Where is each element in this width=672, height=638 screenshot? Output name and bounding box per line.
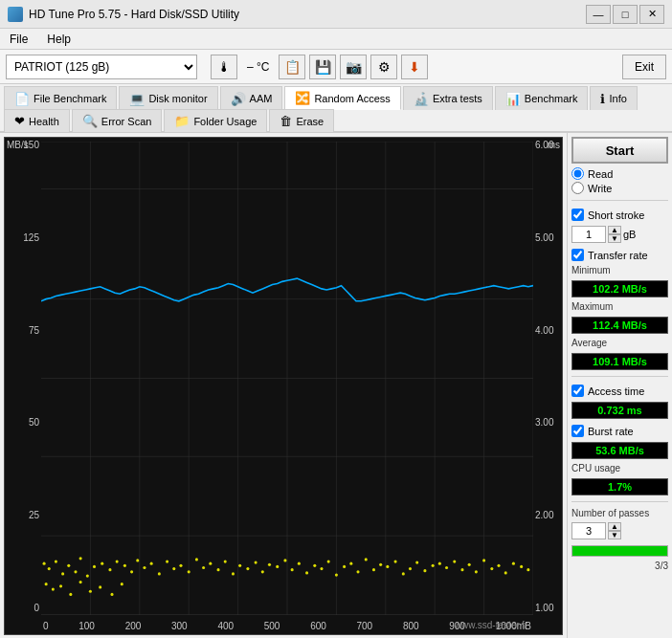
svg-point-75 bbox=[460, 568, 463, 571]
svg-point-27 bbox=[108, 568, 111, 571]
access-time-checkbox[interactable] bbox=[571, 385, 584, 397]
tab-erase[interactable]: 🗑 Erase bbox=[269, 109, 334, 132]
y-right-2: 2.00 bbox=[535, 510, 560, 520]
icon1[interactable]: 📋 bbox=[279, 55, 305, 79]
x-500: 500 bbox=[264, 621, 280, 631]
watermark: www.ssd-tester.fr bbox=[455, 620, 527, 630]
read-radio[interactable] bbox=[571, 167, 584, 180]
svg-point-34 bbox=[158, 572, 161, 575]
svg-point-81 bbox=[504, 571, 507, 574]
y-axis-right: 6.00 5.00 4.00 3.00 2.00 1.00 bbox=[533, 138, 562, 615]
svg-point-43 bbox=[224, 560, 227, 562]
error-scan-icon: 🔍 bbox=[82, 114, 98, 128]
tab-file-benchmark[interactable]: 📄 File Benchmark bbox=[4, 86, 117, 110]
tab-error-scan[interactable]: 🔍 Error Scan bbox=[72, 109, 163, 132]
title-bar-left: HD Tune Pro 5.75 - Hard Disk/SSD Utility bbox=[8, 7, 239, 22]
tab-extra-tests[interactable]: 🔬 Extra tests bbox=[403, 86, 493, 110]
svg-point-35 bbox=[166, 560, 168, 562]
help-menu[interactable]: Help bbox=[41, 31, 77, 48]
svg-point-42 bbox=[216, 568, 219, 571]
divider2 bbox=[571, 376, 668, 377]
minimize-button[interactable]: — bbox=[586, 5, 611, 24]
tab-health[interactable]: ❤ Health bbox=[4, 109, 70, 132]
svg-point-32 bbox=[143, 566, 146, 569]
svg-point-38 bbox=[188, 570, 190, 573]
tab-benchmark[interactable]: 📊 Benchmark bbox=[495, 86, 589, 110]
tab-random-access-label: Random Access bbox=[314, 93, 390, 104]
svg-point-50 bbox=[276, 565, 279, 568]
benchmark-icon: 📊 bbox=[505, 92, 521, 106]
svg-point-64 bbox=[379, 563, 382, 566]
icon4[interactable]: ⚙ bbox=[370, 55, 397, 79]
icon5[interactable]: ⬇ bbox=[401, 55, 428, 79]
read-radio-row[interactable]: Read bbox=[571, 167, 668, 180]
svg-point-33 bbox=[150, 562, 153, 565]
svg-point-18 bbox=[48, 567, 51, 570]
passes-spinner-up[interactable]: ▲ bbox=[608, 522, 621, 531]
file-benchmark-icon: 📄 bbox=[14, 92, 30, 106]
transfer-rate-checkbox-row[interactable]: Transfer rate bbox=[571, 249, 668, 261]
tab-disk-monitor-label: Disk monitor bbox=[148, 93, 207, 104]
passes-spinner-down[interactable]: ▼ bbox=[608, 531, 621, 539]
file-menu[interactable]: File bbox=[4, 31, 34, 48]
health-icon[interactable]: 🌡 bbox=[211, 55, 237, 79]
short-stroke-checkbox-row[interactable]: Short stroke bbox=[571, 209, 668, 221]
x-800: 800 bbox=[403, 621, 419, 631]
short-stroke-label: Short stroke bbox=[588, 209, 644, 221]
tab-erase-label: Erase bbox=[296, 116, 324, 127]
tab-info[interactable]: ℹ Info bbox=[590, 86, 637, 110]
spinner-down[interactable]: ▼ bbox=[608, 234, 621, 243]
burst-rate-checkbox-row[interactable]: Burst rate bbox=[571, 425, 668, 437]
average-value: 109.1 MB/s bbox=[571, 353, 668, 370]
svg-point-49 bbox=[268, 563, 271, 566]
svg-point-60 bbox=[349, 562, 352, 565]
num-passes-row: ▲ ▼ bbox=[571, 522, 668, 539]
svg-point-85 bbox=[45, 583, 48, 585]
disk-monitor-icon: 💻 bbox=[129, 92, 145, 106]
svg-point-58 bbox=[335, 573, 338, 576]
menu-bar: File Help bbox=[0, 29, 672, 50]
tab-disk-monitor[interactable]: 💻 Disk monitor bbox=[119, 86, 217, 110]
y-right-5: 5.00 bbox=[535, 232, 560, 243]
svg-point-63 bbox=[372, 568, 375, 571]
svg-point-21 bbox=[67, 564, 70, 567]
toolbar-icons: 🌡 – °C 📋 💾 📷 ⚙ ⬇ bbox=[211, 55, 428, 79]
write-radio[interactable] bbox=[571, 182, 584, 194]
num-passes-input[interactable] bbox=[571, 522, 606, 539]
svg-point-88 bbox=[69, 593, 72, 596]
write-radio-row[interactable]: Write bbox=[571, 182, 668, 194]
disk-selector[interactable]: PATRIOT (125 gB) bbox=[6, 55, 197, 79]
svg-point-19 bbox=[55, 560, 57, 562]
transfer-rate-checkbox[interactable] bbox=[571, 249, 584, 261]
folder-usage-icon: 📁 bbox=[174, 114, 190, 128]
svg-point-83 bbox=[520, 565, 523, 568]
x-600: 600 bbox=[310, 621, 326, 631]
divider1 bbox=[571, 200, 668, 201]
exit-button[interactable]: Exit bbox=[622, 55, 666, 79]
spinner-up[interactable]: ▲ bbox=[608, 226, 621, 234]
burst-rate-checkbox[interactable] bbox=[571, 425, 584, 437]
svg-point-65 bbox=[386, 565, 389, 568]
close-button[interactable]: ✕ bbox=[639, 5, 664, 24]
tab-random-access[interactable]: 🔀 Random Access bbox=[284, 86, 400, 110]
icon3[interactable]: 📷 bbox=[340, 55, 367, 79]
icon2[interactable]: 💾 bbox=[309, 55, 336, 79]
access-time-checkbox-row[interactable]: Access time bbox=[571, 385, 668, 397]
short-stroke-input[interactable] bbox=[571, 226, 606, 243]
app-icon bbox=[8, 7, 23, 22]
short-stroke-checkbox[interactable] bbox=[571, 209, 584, 221]
short-stroke-value-row: ▲ ▼ gB bbox=[571, 226, 668, 243]
divider3 bbox=[571, 501, 668, 502]
tab-folder-usage[interactable]: 📁 Folder Usage bbox=[164, 109, 267, 132]
start-button[interactable]: Start bbox=[571, 137, 668, 164]
tab-folder-usage-label: Folder Usage bbox=[193, 116, 257, 127]
maximize-button[interactable]: □ bbox=[613, 5, 638, 24]
read-write-group: Read Write bbox=[571, 167, 668, 194]
svg-point-57 bbox=[327, 560, 330, 562]
tab-aam-label: AAM bbox=[250, 93, 273, 104]
tab-aam[interactable]: 🔊 AAM bbox=[220, 86, 283, 110]
y-left-0: 0 bbox=[7, 603, 39, 613]
svg-point-30 bbox=[130, 570, 133, 573]
svg-point-89 bbox=[79, 581, 82, 583]
maximum-label: Maximum bbox=[571, 301, 668, 312]
